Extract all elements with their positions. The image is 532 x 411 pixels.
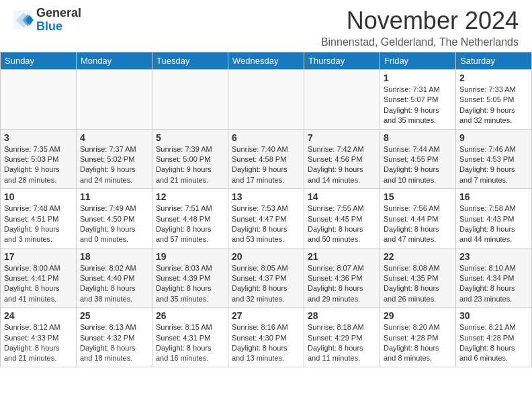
- day-info: Sunrise: 7:55 AM Sunset: 4:45 PM Dayligh…: [308, 203, 376, 245]
- day-info: Sunrise: 8:05 AM Sunset: 4:37 PM Dayligh…: [232, 263, 300, 305]
- calendar-cell: 8Sunrise: 7:44 AM Sunset: 4:55 PM Daylig…: [380, 129, 456, 189]
- day-info: Sunrise: 8:16 AM Sunset: 4:30 PM Dayligh…: [232, 322, 300, 364]
- calendar-cell: 2Sunrise: 7:33 AM Sunset: 5:05 PM Daylig…: [456, 70, 532, 130]
- calendar-cell: 23Sunrise: 8:10 AM Sunset: 4:34 PM Dayli…: [456, 248, 532, 308]
- day-info: Sunrise: 7:49 AM Sunset: 4:50 PM Dayligh…: [80, 203, 148, 245]
- day-info: Sunrise: 7:51 AM Sunset: 4:48 PM Dayligh…: [156, 203, 224, 245]
- day-number: 16: [459, 191, 528, 202]
- calendar-header-friday: Friday: [380, 52, 456, 70]
- day-number: 7: [308, 132, 376, 143]
- calendar-table: SundayMondayTuesdayWednesdayThursdayFrid…: [0, 52, 532, 367]
- day-number: 20: [232, 251, 300, 262]
- calendar-cell: 5Sunrise: 7:39 AM Sunset: 5:00 PM Daylig…: [152, 129, 228, 189]
- day-number: 23: [459, 251, 528, 262]
- day-number: 11: [80, 191, 148, 202]
- calendar-cell: 6Sunrise: 7:40 AM Sunset: 4:58 PM Daylig…: [228, 129, 304, 189]
- calendar-cell: 4Sunrise: 7:37 AM Sunset: 5:02 PM Daylig…: [77, 129, 152, 189]
- day-number: 2: [459, 73, 528, 83]
- calendar-cell: [1, 70, 77, 130]
- day-info: Sunrise: 7:42 AM Sunset: 4:56 PM Dayligh…: [308, 144, 376, 186]
- calendar-header-sunday: Sunday: [1, 52, 77, 70]
- calendar-cell: 14Sunrise: 7:55 AM Sunset: 4:45 PM Dayli…: [304, 189, 380, 248]
- day-info: Sunrise: 8:13 AM Sunset: 4:32 PM Dayligh…: [80, 322, 148, 364]
- title-block: November 2024 Binnenstad, Gelderland, Th…: [321, 7, 519, 48]
- day-number: 19: [156, 251, 224, 262]
- calendar-week-row: 10Sunrise: 7:48 AM Sunset: 4:51 PM Dayli…: [1, 189, 532, 248]
- calendar-header-tuesday: Tuesday: [152, 52, 228, 70]
- day-info: Sunrise: 8:10 AM Sunset: 4:34 PM Dayligh…: [459, 263, 528, 305]
- calendar-cell: 15Sunrise: 7:56 AM Sunset: 4:44 PM Dayli…: [380, 189, 456, 248]
- day-info: Sunrise: 7:58 AM Sunset: 4:43 PM Dayligh…: [459, 203, 528, 245]
- calendar-cell: 30Sunrise: 8:21 AM Sunset: 4:28 PM Dayli…: [456, 308, 532, 367]
- calendar-cell: [152, 70, 228, 130]
- page-header: General Blue November 2024 Binnenstad, G…: [0, 0, 532, 52]
- calendar-cell: 29Sunrise: 8:20 AM Sunset: 4:28 PM Dayli…: [380, 308, 456, 367]
- calendar-cell: 21Sunrise: 8:07 AM Sunset: 4:36 PM Dayli…: [304, 248, 380, 308]
- day-number: 27: [232, 310, 300, 321]
- day-number: 3: [4, 132, 73, 143]
- day-info: Sunrise: 7:35 AM Sunset: 5:03 PM Dayligh…: [4, 144, 73, 186]
- day-info: Sunrise: 8:00 AM Sunset: 4:41 PM Dayligh…: [4, 263, 73, 305]
- day-info: Sunrise: 7:31 AM Sunset: 5:07 PM Dayligh…: [384, 85, 452, 126]
- calendar-header-monday: Monday: [77, 52, 152, 70]
- day-number: 26: [156, 310, 224, 321]
- calendar-cell: 17Sunrise: 8:00 AM Sunset: 4:41 PM Dayli…: [1, 248, 77, 308]
- day-number: 12: [156, 191, 224, 202]
- calendar-cell: 3Sunrise: 7:35 AM Sunset: 5:03 PM Daylig…: [1, 129, 77, 189]
- day-info: Sunrise: 8:07 AM Sunset: 4:36 PM Dayligh…: [308, 263, 376, 305]
- day-info: Sunrise: 7:39 AM Sunset: 5:00 PM Dayligh…: [156, 144, 224, 186]
- day-info: Sunrise: 7:33 AM Sunset: 5:05 PM Dayligh…: [459, 85, 528, 126]
- day-info: Sunrise: 8:15 AM Sunset: 4:31 PM Dayligh…: [156, 322, 224, 364]
- calendar-cell: [304, 70, 380, 130]
- day-number: 30: [459, 310, 528, 321]
- logo-general: General: [36, 7, 81, 20]
- day-number: 21: [308, 251, 376, 262]
- calendar-cell: 11Sunrise: 7:49 AM Sunset: 4:50 PM Dayli…: [77, 189, 152, 248]
- day-info: Sunrise: 8:18 AM Sunset: 4:29 PM Dayligh…: [308, 322, 376, 364]
- day-number: 10: [4, 191, 73, 202]
- day-info: Sunrise: 8:03 AM Sunset: 4:39 PM Dayligh…: [156, 263, 224, 305]
- calendar-cell: 16Sunrise: 7:58 AM Sunset: 4:43 PM Dayli…: [456, 189, 532, 248]
- day-info: Sunrise: 8:21 AM Sunset: 4:28 PM Dayligh…: [459, 322, 528, 364]
- logo-text: General Blue: [36, 7, 81, 34]
- day-number: 24: [4, 310, 73, 321]
- day-number: 18: [80, 251, 148, 262]
- calendar-cell: [228, 70, 304, 130]
- logo: General Blue: [13, 7, 81, 34]
- calendar-week-row: 3Sunrise: 7:35 AM Sunset: 5:03 PM Daylig…: [1, 129, 532, 189]
- calendar-cell: [77, 70, 152, 130]
- calendar-cell: 13Sunrise: 7:53 AM Sunset: 4:47 PM Dayli…: [228, 189, 304, 248]
- day-number: 6: [232, 132, 300, 143]
- day-number: 4: [80, 132, 148, 143]
- day-info: Sunrise: 8:08 AM Sunset: 4:35 PM Dayligh…: [384, 263, 452, 305]
- day-info: Sunrise: 7:44 AM Sunset: 4:55 PM Dayligh…: [384, 144, 452, 186]
- day-number: 13: [232, 191, 300, 202]
- day-info: Sunrise: 7:56 AM Sunset: 4:44 PM Dayligh…: [384, 203, 452, 245]
- day-number: 28: [308, 310, 376, 321]
- logo-blue: Blue: [36, 20, 81, 34]
- day-number: 1: [384, 73, 452, 83]
- day-number: 8: [384, 132, 452, 143]
- day-info: Sunrise: 7:40 AM Sunset: 4:58 PM Dayligh…: [232, 144, 300, 186]
- day-info: Sunrise: 8:20 AM Sunset: 4:28 PM Dayligh…: [384, 322, 452, 364]
- day-number: 9: [459, 132, 528, 143]
- calendar-header-saturday: Saturday: [456, 52, 532, 70]
- day-number: 25: [80, 310, 148, 321]
- calendar-week-row: 17Sunrise: 8:00 AM Sunset: 4:41 PM Dayli…: [1, 248, 532, 308]
- day-number: 22: [384, 251, 452, 262]
- calendar-header-wednesday: Wednesday: [228, 52, 304, 70]
- calendar-cell: 12Sunrise: 7:51 AM Sunset: 4:48 PM Dayli…: [152, 189, 228, 248]
- day-number: 29: [384, 310, 452, 321]
- day-info: Sunrise: 7:53 AM Sunset: 4:47 PM Dayligh…: [232, 203, 300, 245]
- calendar-cell: 10Sunrise: 7:48 AM Sunset: 4:51 PM Dayli…: [1, 189, 77, 248]
- calendar-cell: 7Sunrise: 7:42 AM Sunset: 4:56 PM Daylig…: [304, 129, 380, 189]
- calendar-header-row: SundayMondayTuesdayWednesdayThursdayFrid…: [1, 52, 532, 70]
- location: Binnenstad, Gelderland, The Netherlands: [321, 36, 519, 48]
- day-info: Sunrise: 8:12 AM Sunset: 4:33 PM Dayligh…: [4, 322, 73, 364]
- day-number: 15: [384, 191, 452, 202]
- day-info: Sunrise: 8:02 AM Sunset: 4:40 PM Dayligh…: [80, 263, 148, 305]
- day-number: 17: [4, 251, 73, 262]
- calendar-cell: 9Sunrise: 7:46 AM Sunset: 4:53 PM Daylig…: [456, 129, 532, 189]
- month-title: November 2024: [321, 7, 519, 35]
- day-info: Sunrise: 7:37 AM Sunset: 5:02 PM Dayligh…: [80, 144, 148, 186]
